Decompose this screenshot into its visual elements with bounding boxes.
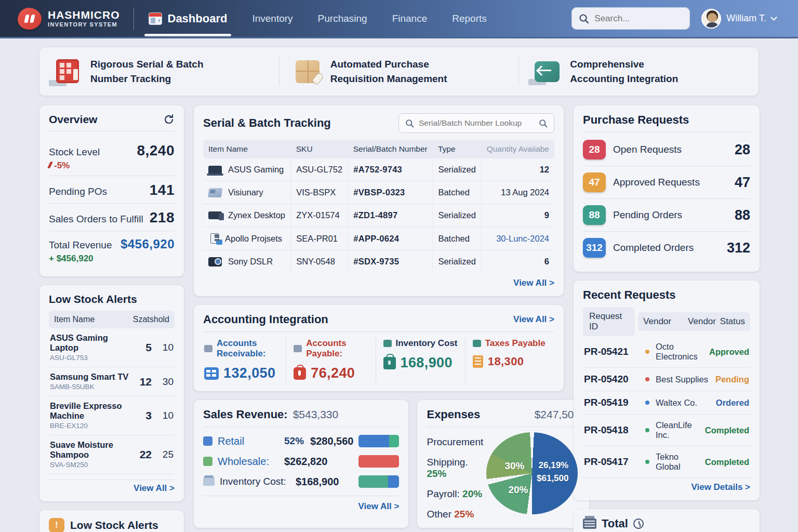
nav-item-finance[interactable]: Finance (391, 9, 429, 29)
dashboard-icon (149, 12, 162, 25)
low-stock-row[interactable]: ASUS Gaming LaptopASU-GL753 5 10 (49, 328, 175, 367)
low-stock-row[interactable]: Samsung Smart TVSAMB-55UBK 12 30 (49, 367, 175, 396)
refresh-icon[interactable] (163, 114, 175, 125)
inventory-bar (358, 475, 399, 488)
request-row[interactable]: PR-05418 CleanLife Inc. Completed (583, 415, 750, 446)
serial-lookup-search[interactable] (398, 113, 554, 133)
nav-divider (134, 7, 134, 30)
user-name: William T. (726, 13, 766, 24)
alert-icon: ! (49, 518, 64, 532)
camera-icon (208, 257, 222, 267)
lock-icon (383, 357, 396, 369)
metric-label: Sales Orders to Fulfill (49, 214, 143, 225)
current-qty: 5 (132, 341, 152, 354)
request-id: PR-05421 (584, 346, 645, 357)
serial-lookup-input[interactable] (419, 118, 534, 128)
brand-logo[interactable]: HASHMICRO INVENTORY SYSTEM (18, 8, 120, 30)
status-badge: Completed (705, 457, 749, 467)
item-name: Breville Expresso Machine (50, 401, 132, 421)
current-qty: 22 (132, 448, 152, 461)
col-sku: SKU (291, 140, 348, 158)
purchase-request-row[interactable]: 312 Completed Orders 312 (583, 232, 750, 264)
request-row[interactable]: PR-05421 Octo Electronics Approved (583, 336, 750, 368)
bag-icon (294, 367, 306, 380)
nav-item-inventory[interactable]: Inventory (251, 9, 294, 29)
metric-value: 18,300 (488, 355, 524, 368)
qty-available: 13 Aug 2024 (481, 181, 554, 204)
purchase-request-row[interactable]: 47 Approved Requests 47 (583, 166, 750, 199)
box-pencil-icon (294, 59, 321, 84)
expenses-legend: Procurement Shipping. 25% Payroll: 20% O… (427, 436, 483, 520)
legend-label: Payroll: (427, 488, 459, 499)
request-id: PR-05419 (584, 397, 645, 408)
card-arrow-icon (534, 59, 561, 84)
legend-label: Other (427, 509, 451, 520)
serial-batch-title: Serial & Batch Tracking (203, 116, 331, 130)
item-name: Sony DSLR (228, 257, 273, 267)
recent-requests-view-details-link[interactable]: View Details > (691, 482, 750, 492)
table-row[interactable]: ASUS Gaming ASU-GL752 #A752-9743 Seriali… (203, 158, 554, 181)
item-sku: ASU-GL752 (291, 158, 348, 181)
search-input[interactable] (594, 14, 672, 24)
series-amount: $280,560 (310, 435, 353, 447)
purchase-request-row[interactable]: 28 Open Requests 28 (583, 134, 750, 166)
request-id: PR-05417 (584, 456, 645, 468)
low-stock-title: Low Stock Alerts (49, 293, 175, 305)
metric-label: Inventory Cost (396, 338, 458, 349)
low-stock-row[interactable]: Breville Expresso MachineBRE-EX120 3 10 (49, 396, 175, 435)
item-sku: ZYX-01574 (291, 204, 348, 227)
revenue-delta: + $456,920 (49, 254, 175, 264)
series-label: Wholesale: (218, 456, 279, 468)
table-row[interactable]: Visiunary VIS-BSPX #VBSP-0323 Batched 13… (203, 181, 554, 204)
nav-item-reports[interactable]: Reports (451, 9, 488, 29)
serial-number: #VBSP-0323 (348, 181, 433, 204)
vendor-name: Waltex Co. (656, 398, 716, 408)
status-dot (645, 428, 649, 432)
feature-purchase-requisition: Automated Purchase Requisition Managemen… (279, 57, 519, 86)
nav-item-purchasing[interactable]: Purchasing (317, 9, 368, 29)
status-dot (645, 401, 649, 405)
threshold-qty: 25 (152, 449, 174, 460)
series-amount: $262,820 (284, 456, 353, 468)
purchase-request-row[interactable]: 88 Pending Orders 88 (583, 199, 750, 232)
row-value: 28 (735, 142, 750, 158)
metric-label: Stock Level (49, 147, 100, 158)
sales-revenue-title: Sales Revenue: (203, 408, 288, 421)
global-search[interactable] (571, 7, 690, 30)
nav-item-dashboard[interactable]: Dashboard (148, 8, 229, 30)
metric-label: Taxes Payable (485, 338, 546, 349)
table-row[interactable]: Zynex Desktop ZYX-01574 #ZD1-4897 Serial… (203, 204, 554, 227)
metric-value: 8,240 (137, 142, 175, 159)
accounting-view-all-link[interactable]: View All > (513, 314, 554, 325)
item-sku: SNY-0548 (291, 250, 348, 273)
legend-label: Procurement (427, 436, 483, 447)
request-row[interactable]: PR-05417 Tekno Global Completed (583, 446, 750, 478)
item-sku: SVA-SM250 (50, 461, 88, 469)
threshold-qty: 10 (152, 342, 174, 353)
user-menu[interactable]: William T. (701, 9, 776, 29)
sales-revenue-view-all-link[interactable]: View All > (358, 501, 400, 511)
metric-value: 168,900 (401, 355, 453, 371)
request-row[interactable]: PR-05420 Best Supplies Pending (583, 368, 750, 391)
request-row[interactable]: PR-05419 Waltex Co. Ordered (583, 391, 750, 415)
table-row[interactable]: Sony DSLR SNY-0548 #SDX-9735 Serialized … (203, 250, 554, 273)
metric-label: Accounts Payable: (306, 338, 368, 359)
brand-name: HASHMICRO (48, 9, 120, 21)
wholesale-bar (358, 455, 399, 468)
col-request-id: Request ID (583, 307, 635, 336)
legend-pct: 25% (454, 509, 474, 520)
note-icon (473, 355, 483, 368)
table-row[interactable]: Apollo Projsets SEA-PR01 #APP-0624 Batch… (203, 227, 554, 250)
serial-batch-view-all-link[interactable]: View All > (513, 278, 554, 288)
status-dot (645, 377, 649, 381)
col-status: Status (716, 316, 745, 327)
purchase-requests-card: Purchase Requests 28 Open Requests 28 47… (574, 105, 760, 272)
box-icon (473, 340, 481, 347)
series-label: Inventory Cost: (220, 476, 290, 487)
table-header-row: Item Name SKU Serial/Batch Number Type Q… (203, 140, 554, 158)
row-label: Approved Requests (613, 177, 727, 188)
pie-label-blue-pct: 26,19% (539, 460, 569, 471)
low-stock-row[interactable]: Suave Moisture ShampooSVA-SM250 22 25 (49, 435, 175, 474)
low-stock-view-all-link[interactable]: View All > (134, 483, 175, 493)
search-icon[interactable] (539, 119, 548, 128)
